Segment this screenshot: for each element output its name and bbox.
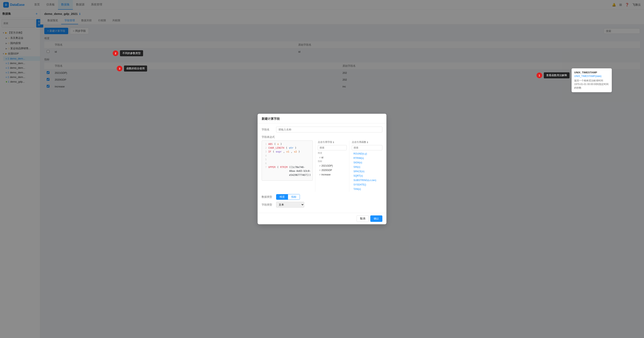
field-type-row: 字段类型 文本 数值 日期 — [262, 202, 382, 208]
modal-overlay: 新建计算字段 字段名 字段表达式 1 ABS(x) — [0, 0, 644, 338]
field-type-select[interactable]: 文本 数值 日期 — [276, 202, 304, 208]
three-panel: 1 ABS(x) 2 CHAR_LENGTH(str) 3 IF(expr,v1… — [262, 141, 382, 192]
field-name-label: 字段名 — [262, 128, 274, 131]
code-line-4: 4 — [264, 154, 311, 158]
func-item-trim[interactable]: TRIM(s) — [352, 191, 382, 192]
funcs-search-input[interactable] — [352, 145, 382, 150]
field-name-row: 字段名 — [262, 127, 382, 132]
formula-label-row: 字段表达式 — [262, 135, 382, 139]
func-item-space[interactable]: SPACE(n) — [352, 169, 382, 174]
tooltip-fn-desc: 返回一个格林尼治标准时间1970-01-01 00:00:00到指定时间的秒数 — [574, 79, 609, 90]
func-item-sin[interactable]: SIN(x) — [352, 165, 382, 169]
dimension-section-label: 维度 — [318, 152, 347, 155]
funcs-panel-header: 点击引用函数 ℹ — [352, 141, 382, 144]
func-item-sysdate[interactable]: SYSDATE() — [352, 182, 382, 187]
formula-panel: 1 ABS(x) 2 CHAR_LENGTH(str) 3 IF(expr,v1… — [262, 141, 313, 192]
modal-title: 新建计算字段 — [262, 117, 280, 120]
code-line-1: 1 ABS(x) — [264, 142, 311, 146]
confirm-button[interactable]: 确认 — [370, 215, 382, 222]
help-icon: ℹ — [333, 141, 334, 144]
modal-body: 字段名 字段表达式 1 ABS(x) 2 CHAR_LENGT — [258, 123, 386, 213]
field-label: 2020GDP — [322, 169, 332, 171]
fields-panel: 点击引用字段 ℹ 维度 # id 指标 # 2021GDP) — [315, 141, 347, 192]
tooltip-fn-name: UNIX_TIMESTAMP — [574, 71, 609, 74]
code-line-7: 7 UPPER(RTRIM([1c78e746-48aa-4e83-b3c8-e… — [264, 166, 311, 177]
modal-footer: 取消 确认 — [258, 213, 386, 224]
new-calc-field-modal: 新建计算字段 字段名 字段表达式 1 ABS(x) — [258, 114, 386, 224]
metric-section-label: 指标 — [318, 160, 347, 163]
fields-panel-title: 点击引用字段 — [318, 141, 332, 144]
data-type-btn-group: 维度 指标 — [276, 194, 300, 200]
func-item-sqrt[interactable]: SQRT(x) — [352, 174, 382, 178]
cancel-button[interactable]: 取消 — [356, 215, 369, 222]
funcs-panel: 点击引用函数 ℹ ROUND(x,y) RTRIM(s) SIGN(x) SIN… — [349, 141, 382, 192]
field-item-id[interactable]: # id — [318, 155, 347, 160]
field-item-2020gdp[interactable]: # 2020GDP — [318, 168, 347, 172]
func-item-round[interactable]: ROUND(x,y) — [352, 152, 382, 156]
code-line-5: 5 — [264, 158, 311, 162]
field-type-label: 字段类型 — [262, 203, 274, 207]
modal-header: 新建计算字段 — [258, 114, 386, 123]
data-type-label: 数据类型 — [262, 195, 274, 199]
field-item-2021gdp[interactable]: # 2021GDP) — [318, 164, 347, 168]
code-line-2: 2 CHAR_LENGTH(str) — [264, 146, 311, 150]
func-item-tan[interactable]: TAN(x) — [352, 187, 382, 191]
type-btn-dimension[interactable]: 维度 — [276, 194, 288, 199]
func-list: ROUND(x,y) RTRIM(s) SIGN(x) SIN(x) SPACE… — [352, 152, 382, 192]
func-item-rtrim[interactable]: RTRIM(s) — [352, 156, 382, 160]
funcs-panel-title: 点击引用函数 — [352, 141, 366, 144]
formula-editor[interactable]: 1 ABS(x) 2 CHAR_LENGTH(str) 3 IF(expr,v1… — [262, 141, 313, 181]
data-type-row: 数据类型 维度 指标 — [262, 194, 382, 200]
func-item-substring[interactable]: SUBSTRING(s,n,len) — [352, 178, 382, 182]
field-item-increase[interactable]: # increase — [318, 172, 347, 177]
tooltip-fn-sig: UNIX_TIMESTAMP(date) — [574, 75, 609, 78]
field-label: id — [322, 156, 323, 159]
field-label: increase — [322, 173, 330, 176]
code-line-6: 6 — [264, 162, 311, 166]
type-btn-metric[interactable]: 指标 — [288, 194, 300, 199]
code-line-3: 3 IF(expr,v1,v2) — [264, 150, 311, 154]
fields-search-input[interactable] — [318, 145, 347, 150]
formula-label: 字段表达式 — [262, 136, 275, 139]
help-icon: ℹ — [367, 141, 368, 144]
field-label: 2021GDP) — [322, 164, 333, 167]
func-item-sign[interactable]: SIGN(x) — [352, 160, 382, 165]
function-tooltip: UNIX_TIMESTAMP UNIX_TIMESTAMP(date) 返回一个… — [572, 68, 612, 92]
field-name-input[interactable] — [276, 127, 382, 132]
fields-panel-header: 点击引用字段 ℹ — [318, 141, 347, 144]
